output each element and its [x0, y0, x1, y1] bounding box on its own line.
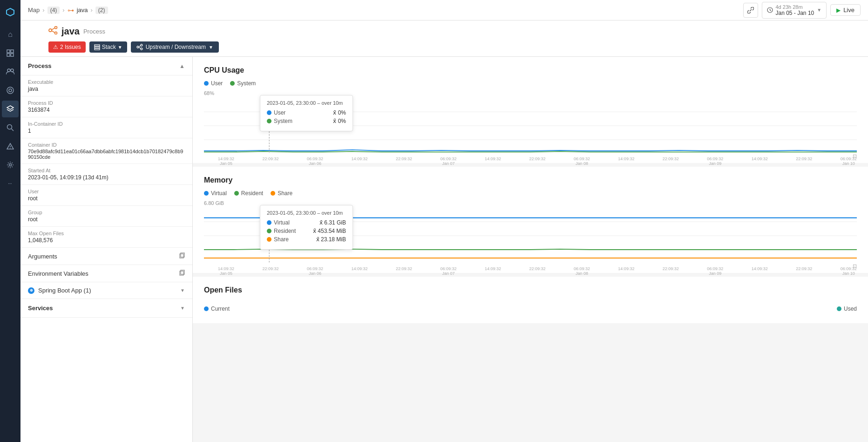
scope-icon[interactable]: [2, 82, 19, 99]
play-icon: ▶: [836, 7, 841, 14]
memory-chart-expand[interactable]: ⊡: [853, 263, 857, 269]
copy-arguments-icon[interactable]: [179, 252, 185, 260]
more-icon[interactable]: •••: [2, 175, 19, 192]
svg-rect-2: [11, 50, 14, 53]
layers-icon[interactable]: [2, 101, 19, 117]
svg-point-19: [55, 32, 57, 34]
cpu-tooltip-user: User x̄ 0%: [267, 109, 346, 116]
cpu-y-label: 68%: [204, 90, 214, 96]
spring-chevron: ▼: [180, 288, 185, 293]
memory-tooltip-share: Share x̄ 23.18 MiB: [267, 236, 346, 243]
cpu-user-legend: User: [204, 80, 223, 87]
svg-point-10: [7, 125, 12, 129]
page-header: java Process ⚠ 2 Issues Stack ▼ Upstream…: [20, 20, 868, 57]
memory-tooltip-resident: Resident x̄ 453.54 MiB: [267, 228, 346, 234]
cpu-system-dot: [230, 81, 235, 86]
copy-env-icon[interactable]: [179, 270, 185, 277]
svg-marker-9: [7, 106, 14, 109]
cpu-tooltip: 2023-01-05, 23:30:00 – over 10m User x̄ …: [260, 95, 353, 131]
upstream-chevron: ▼: [209, 45, 213, 50]
open-files-title: Open Files: [204, 286, 242, 294]
open-files-card: Open Files Current Used: [193, 277, 868, 323]
svg-line-28: [139, 46, 141, 47]
gear-icon[interactable]: [2, 156, 19, 173]
process-section-header[interactable]: Process ▲: [20, 57, 192, 75]
svg-rect-31: [181, 253, 184, 257]
memory-x-axis: 14:09:32Jan 05 22:09:32 06:09:32Jan 06 1…: [204, 265, 857, 276]
svg-point-6: [11, 69, 14, 72]
svg-point-25: [137, 46, 139, 48]
breadcrumb-map[interactable]: Map: [28, 7, 40, 14]
env-vars-row[interactable]: Environment Variables: [20, 265, 192, 282]
svg-line-21: [52, 31, 55, 33]
dashboard-icon[interactable]: [2, 45, 19, 61]
left-panel: Process ▲ Executable java Process ID 316…: [20, 57, 193, 442]
collapse-icon: ▲: [179, 63, 185, 69]
spring-label: Spring Boot App (1): [38, 287, 91, 294]
process-id-field: Process ID 3163874: [20, 96, 192, 117]
open-files-legend: Current Used: [204, 306, 857, 312]
topbar-controls: 4d 23h 28m Jan 05 - Jan 10 ▼ ▶ Live: [743, 2, 861, 19]
arguments-row[interactable]: Arguments: [20, 248, 192, 265]
svg-rect-1: [7, 50, 10, 53]
upstream-downstream-button[interactable]: Upstream / Downstream ▼: [131, 41, 219, 53]
services-header[interactable]: Services ▼: [20, 299, 192, 318]
svg-point-5: [7, 69, 10, 72]
open-files-used-legend: Used: [837, 306, 857, 312]
container-id-field: In-Container ID 1: [20, 117, 192, 138]
live-button[interactable]: ▶ Live: [830, 4, 861, 16]
memory-share-legend: Share: [271, 190, 292, 197]
time-range-button[interactable]: 4d 23h 28m Jan 05 - Jan 10 ▼: [762, 2, 827, 19]
cpu-chart-expand[interactable]: ⊡: [853, 153, 857, 159]
topbar: Map › (4) › ⊶ java › (2) 4d 23h 28m Jan …: [20, 0, 868, 20]
logo-icon[interactable]: [2, 4, 19, 20]
time-range-chevron: ▼: [817, 7, 821, 13]
executable-field: Executable java: [20, 75, 192, 96]
issues-button[interactable]: ⚠ 2 Issues: [48, 41, 86, 53]
svg-rect-23: [95, 47, 100, 48]
home-icon[interactable]: ⌂: [2, 26, 19, 43]
services-chevron: ▼: [180, 306, 185, 311]
breadcrumb-java: java: [77, 7, 88, 14]
cpu-legend: User System: [204, 80, 857, 87]
memory-tooltip-time: 2023-01-05, 23:30:00 – over 10m: [267, 210, 346, 216]
memory-tooltip-virtual: Virtual x̄ 6.31 GiB: [267, 219, 346, 226]
cpu-tooltip-system: System x̄ 0%: [267, 118, 346, 124]
svg-rect-24: [95, 48, 100, 50]
page-subtitle: Process: [83, 28, 105, 35]
warning-icon: ⚠: [53, 44, 58, 50]
svg-point-17: [49, 29, 52, 32]
breadcrumb: Map › (4) › ⊶ java › (2): [28, 7, 108, 14]
alert-icon[interactable]: [2, 138, 19, 155]
svg-line-20: [52, 28, 55, 30]
cpu-tooltip-time: 2023-01-05, 23:30:00 – over 10m: [267, 100, 346, 106]
sidebar: ⌂ •••: [0, 0, 20, 442]
copy-link-button[interactable]: [743, 3, 758, 18]
charts-panel: CPU Usage User System 68% 2023-01-0: [193, 57, 868, 442]
page-title: java: [61, 26, 80, 37]
search-icon[interactable]: [2, 119, 19, 136]
svg-line-11: [12, 129, 14, 131]
users-icon[interactable]: [2, 63, 19, 80]
memory-virtual-legend: Virtual: [204, 190, 227, 197]
svg-marker-0: [7, 8, 14, 16]
memory-legend: Virtual Resident Share: [204, 190, 857, 197]
svg-line-29: [139, 48, 141, 49]
open-files-current-legend: Current: [204, 306, 230, 312]
cpu-chart-title: CPU Usage: [204, 66, 857, 75]
svg-point-7: [7, 87, 14, 94]
svg-point-14: [10, 148, 11, 149]
svg-point-15: [9, 164, 12, 166]
cpu-usage-card: CPU Usage User System 68% 2023-01-0: [193, 57, 868, 163]
java-process-icon: [48, 26, 58, 37]
breadcrumb-dots1[interactable]: (4): [47, 7, 60, 14]
cpu-system-legend: System: [230, 80, 256, 87]
memory-resident-legend: Resident: [234, 190, 263, 197]
memory-chart-title: Memory: [204, 176, 857, 184]
spring-boot-row[interactable]: ⊕ Spring Boot App (1) ▼: [20, 282, 192, 299]
svg-rect-32: [180, 271, 183, 275]
breadcrumb-dots2[interactable]: (2): [95, 7, 108, 14]
stack-button[interactable]: Stack ▼: [89, 41, 127, 53]
full-container-id-field: Container ID 70e9d88afc9d11ea01c66aa7dbb…: [20, 138, 192, 164]
memory-tooltip: 2023-01-05, 23:30:00 – over 10m Virtual …: [260, 205, 353, 250]
